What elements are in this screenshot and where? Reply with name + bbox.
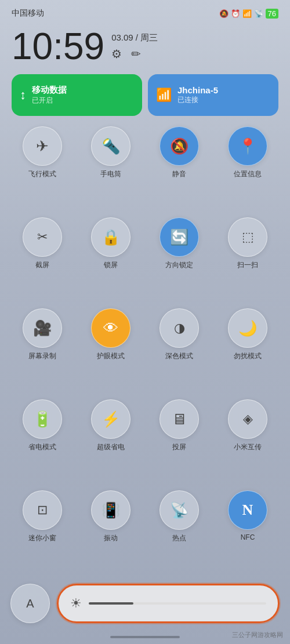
mini-window-label: 迷你小窗 xyxy=(28,533,56,543)
super-saver-label: 超级省电 xyxy=(97,442,125,452)
darkmode-label: 深色模式 xyxy=(165,351,193,361)
wifi-name: Jhchina-5 xyxy=(177,85,218,95)
hotspot-label: 热点 xyxy=(172,533,186,543)
settings-icon[interactable]: ⚙ xyxy=(111,47,122,61)
font-size-button[interactable]: A xyxy=(10,584,50,623)
wifi-tile[interactable]: 📶 Jhchina-5 已连接 xyxy=(148,74,278,116)
cast-label: 投屏 xyxy=(172,442,186,452)
vibration-btn[interactable]: 📳 xyxy=(91,490,130,530)
battery-saver-control[interactable]: 🔋 省电模式 xyxy=(10,399,74,483)
quick-tiles: ↕ 移动数据 已开启 📶 Jhchina-5 已连接 xyxy=(0,71,290,123)
hotspot-control[interactable]: 📡 热点 xyxy=(147,490,211,574)
mobile-data-subtitle: 已开启 xyxy=(32,96,67,105)
mobile-data-text: 移动数据 已开启 xyxy=(32,85,67,105)
signal-icon: 📶 xyxy=(242,9,252,18)
watermark: 三公子网游攻略网 xyxy=(232,631,283,639)
wifi-tile-icon: 📶 xyxy=(156,88,172,103)
dnd-btn[interactable]: 🌙 xyxy=(228,308,267,348)
alarm-icon: 🔕 xyxy=(219,9,229,18)
bottom-controls: A ☀ xyxy=(0,578,290,632)
wifi-status: 已连接 xyxy=(177,95,218,105)
record-btn[interactable]: 🎥 xyxy=(23,308,62,348)
flashlight-btn[interactable]: 🔦 xyxy=(91,126,130,166)
mobile-data-title: 移动数据 xyxy=(32,85,67,96)
control-grid: ✈ 飞行模式 🔦 手电筒 🔕 静音 📍 位置信息 ✂ 截屏 🔒 锁屏 🔄 方向锁… xyxy=(0,123,290,578)
battery-saver-label: 省电模式 xyxy=(28,442,56,452)
battery-saver-btn[interactable]: 🔋 xyxy=(23,399,62,439)
battery-text: 76 xyxy=(266,9,278,19)
screenshot-label: 截屏 xyxy=(35,260,49,270)
eyecare-btn[interactable]: 👁 xyxy=(91,308,130,348)
silent-control[interactable]: 🔕 静音 xyxy=(147,126,211,210)
mi-share-btn[interactable]: ◈ xyxy=(228,399,267,439)
rotation-control[interactable]: 🔄 方向锁定 xyxy=(147,217,211,301)
status-icons: 🔕 ⏰ 📶 📡 76 xyxy=(219,9,278,19)
super-saver-control[interactable]: ⚡ 超级省电 xyxy=(79,399,143,483)
airplane-control[interactable]: ✈ 飞行模式 xyxy=(10,126,74,210)
airplane-btn[interactable]: ✈ xyxy=(23,126,62,166)
screenshot-control[interactable]: ✂ 截屏 xyxy=(10,217,74,301)
wifi-text: Jhchina-5 已连接 xyxy=(177,85,218,105)
location-btn[interactable]: 📍 xyxy=(228,126,267,166)
mini-window-control[interactable]: ⊡ 迷你小窗 xyxy=(10,490,74,574)
mi-share-label: 小米互传 xyxy=(234,442,262,452)
wifi-icon: 📡 xyxy=(254,9,263,18)
flashlight-control[interactable]: 🔦 手电筒 xyxy=(79,126,143,210)
mobile-data-icon: ↕ xyxy=(20,88,26,103)
cast-btn[interactable]: 🖥 xyxy=(160,399,199,439)
rotation-btn[interactable]: 🔄 xyxy=(160,217,199,257)
nfc-btn[interactable]: N xyxy=(228,490,267,530)
mini-window-btn[interactable]: ⊡ xyxy=(23,490,62,530)
rotation-label: 方向锁定 xyxy=(165,260,193,270)
phone-screen: 中国移动 🔕 ⏰ 📶 📡 76 10:59 03.09 / 周三 ⚙ ✏ ↕ 移… xyxy=(0,0,290,644)
silent-btn[interactable]: 🔕 xyxy=(160,126,199,166)
nfc-control[interactable]: N NFC xyxy=(216,490,280,574)
clock-icon: ⏰ xyxy=(231,9,240,18)
flashlight-label: 手电筒 xyxy=(100,169,121,179)
vibration-label: 振动 xyxy=(104,533,118,543)
status-bar: 中国移动 🔕 ⏰ 📶 📡 76 xyxy=(0,0,290,23)
nfc-label: NFC xyxy=(241,533,255,541)
brightness-track xyxy=(89,602,266,605)
brightness-icon: ☀ xyxy=(70,596,82,611)
time-section: 10:59 03.09 / 周三 ⚙ ✏ xyxy=(0,23,290,71)
mi-share-control[interactable]: ◈ 小米互传 xyxy=(216,399,280,483)
mobile-data-tile[interactable]: ↕ 移动数据 已开启 xyxy=(12,74,142,116)
darkmode-control[interactable]: ◑ 深色模式 xyxy=(147,308,211,392)
time-action-icons: ⚙ ✏ xyxy=(111,47,158,61)
lockscreen-label: 锁屏 xyxy=(104,260,118,270)
hotspot-btn[interactable]: 📡 xyxy=(160,490,199,530)
date-text: 03.09 / 周三 xyxy=(111,32,158,43)
airplane-label: 飞行模式 xyxy=(28,169,56,179)
dnd-label: 勿扰模式 xyxy=(234,351,262,361)
scan-btn[interactable]: ⬚ xyxy=(228,217,267,257)
location-control[interactable]: 📍 位置信息 xyxy=(216,126,280,210)
font-label: A xyxy=(26,597,34,610)
super-saver-btn[interactable]: ⚡ xyxy=(91,399,130,439)
silent-label: 静音 xyxy=(172,169,186,179)
dnd-control[interactable]: 🌙 勿扰模式 xyxy=(216,308,280,392)
date-area: 03.09 / 周三 ⚙ ✏ xyxy=(111,32,158,61)
lockscreen-control[interactable]: 🔒 锁屏 xyxy=(79,217,143,301)
location-label: 位置信息 xyxy=(234,169,262,179)
brightness-bar[interactable]: ☀ xyxy=(57,584,280,623)
scan-label: 扫一扫 xyxy=(237,260,258,270)
time-display: 10:59 xyxy=(12,28,104,65)
eyecare-control[interactable]: 👁 护眼模式 xyxy=(79,308,143,392)
lockscreen-btn[interactable]: 🔒 xyxy=(91,217,130,257)
darkmode-btn[interactable]: ◑ xyxy=(160,308,199,348)
screenshot-btn[interactable]: ✂ xyxy=(23,217,62,257)
record-control[interactable]: 🎥 屏幕录制 xyxy=(10,308,74,392)
edit-icon[interactable]: ✏ xyxy=(131,47,141,61)
scan-control[interactable]: ⬚ 扫一扫 xyxy=(216,217,280,301)
carrier-text: 中国移动 xyxy=(12,8,44,19)
vibration-control[interactable]: 📳 振动 xyxy=(79,490,143,574)
home-indicator xyxy=(110,636,180,638)
cast-control[interactable]: 🖥 投屏 xyxy=(147,399,211,483)
brightness-fill xyxy=(89,602,133,605)
record-label: 屏幕录制 xyxy=(28,351,56,361)
eyecare-label: 护眼模式 xyxy=(97,351,125,361)
